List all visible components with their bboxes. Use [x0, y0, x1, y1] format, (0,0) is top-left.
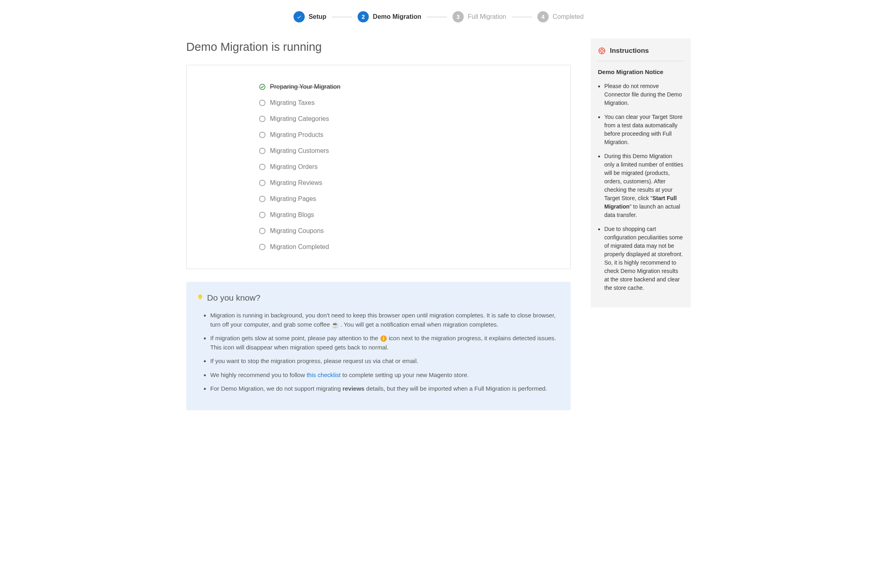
step-connector — [332, 17, 352, 17]
progress-item: Migrating Products — [259, 127, 562, 143]
notice-item: Please do not remove Connector file duri… — [604, 82, 684, 107]
progress-label: Preparing Your Migration — [270, 82, 340, 92]
progress-item: Migrating Orders — [259, 159, 562, 175]
info-tip: Migration is running in background, you … — [210, 311, 560, 329]
info-title: Do you know? — [197, 291, 560, 304]
svg-rect-4 — [601, 52, 602, 54]
migration-progress-card: Preparing Your MigrationMigrating TaxesM… — [186, 65, 571, 269]
info-tip: We highly recommend you to follow this c… — [210, 371, 560, 380]
progress-label: Migrating Blogs — [270, 210, 314, 220]
wizard-stepper: Setup 2 Demo Migration 3 Full Migration … — [186, 11, 691, 22]
check-icon — [294, 11, 305, 22]
svg-point-2 — [601, 49, 603, 52]
progress-item: Migrating Customers — [259, 143, 562, 159]
info-list: Migration is running in background, you … — [197, 311, 560, 393]
step-number-icon: 3 — [453, 11, 464, 22]
notice-item: You can clear your Target Store from a t… — [604, 113, 684, 146]
info-tip: If you want to stop the migration progre… — [210, 357, 560, 366]
notice-item: During this Demo Migration only a limite… — [604, 152, 684, 219]
svg-rect-3 — [601, 48, 602, 49]
step-label: Demo Migration — [373, 12, 421, 22]
pending-circle-icon — [259, 131, 266, 138]
step-label: Full Migration — [468, 12, 506, 22]
progress-label: Migrating Products — [270, 130, 323, 140]
lifebuoy-icon — [598, 47, 606, 55]
step-label: Setup — [309, 12, 326, 22]
pending-circle-icon — [259, 147, 266, 155]
progress-label: Migrating Reviews — [270, 178, 322, 188]
progress-label: Migration Completed — [270, 242, 329, 252]
pending-circle-icon — [259, 163, 266, 171]
progress-label: Migrating Pages — [270, 194, 316, 204]
progress-label: Migrating Orders — [270, 162, 318, 172]
step-full-migration: 3 Full Migration — [453, 11, 506, 22]
instructions-panel: Instructions Demo Migration Notice Pleas… — [591, 38, 691, 307]
pending-circle-icon — [259, 179, 266, 187]
pending-circle-icon — [259, 227, 266, 235]
instructions-title: Instructions — [610, 46, 649, 56]
progress-label: Migrating Categories — [270, 114, 329, 124]
progress-item: Migrating Reviews — [259, 175, 562, 191]
svg-rect-6 — [603, 50, 605, 51]
step-number-icon: 4 — [537, 11, 549, 22]
progress-item: Preparing Your Migration — [259, 79, 562, 95]
step-number-icon: 2 — [358, 11, 369, 22]
progress-label: Migrating Customers — [270, 146, 329, 156]
check-circle-icon — [259, 83, 266, 90]
info-title-text: Do you know? — [207, 291, 260, 304]
notice-subtitle: Demo Migration Notice — [598, 68, 684, 77]
progress-item: Migrating Categories — [259, 111, 562, 127]
info-icon: i — [380, 335, 387, 342]
progress-label: Migrating Coupons — [270, 226, 324, 236]
step-connector — [427, 17, 447, 17]
coffee-icon: ☕ — [332, 321, 339, 329]
pending-circle-icon — [259, 243, 266, 251]
progress-label: Migrating Taxes — [270, 98, 315, 108]
instructions-header: Instructions — [598, 46, 684, 61]
svg-point-0 — [259, 84, 265, 90]
checklist-link[interactable]: this checklist — [307, 371, 341, 378]
migration-progress-list: Preparing Your MigrationMigrating TaxesM… — [259, 79, 562, 255]
pending-circle-icon — [259, 99, 266, 106]
info-tip: If migration gets slow at some point, pl… — [210, 334, 560, 352]
pending-circle-icon — [259, 115, 266, 122]
progress-item: Migrating Pages — [259, 191, 562, 207]
progress-item: Migrating Coupons — [259, 223, 562, 239]
notice-item: Due to shopping cart configuration pecul… — [604, 225, 684, 292]
page-title: Demo Migration is running — [186, 38, 571, 56]
progress-item: Migration Completed — [259, 239, 562, 255]
pending-circle-icon — [259, 211, 266, 219]
lightbulb-icon — [197, 294, 204, 301]
progress-item: Migrating Blogs — [259, 207, 562, 223]
step-setup: Setup — [294, 11, 326, 22]
step-completed: 4 Completed — [537, 11, 583, 22]
pending-circle-icon — [259, 195, 266, 203]
notice-list: Please do not remove Connector file duri… — [598, 82, 684, 292]
info-tip: For Demo Migration, we do not support mi… — [210, 384, 560, 393]
step-demo-migration: 2 Demo Migration — [358, 11, 421, 22]
do-you-know-box: Do you know? Migration is running in bac… — [186, 282, 571, 410]
step-connector — [512, 17, 532, 17]
step-label: Completed — [553, 12, 583, 22]
svg-rect-5 — [599, 50, 600, 51]
progress-item: Migrating Taxes — [259, 95, 562, 111]
